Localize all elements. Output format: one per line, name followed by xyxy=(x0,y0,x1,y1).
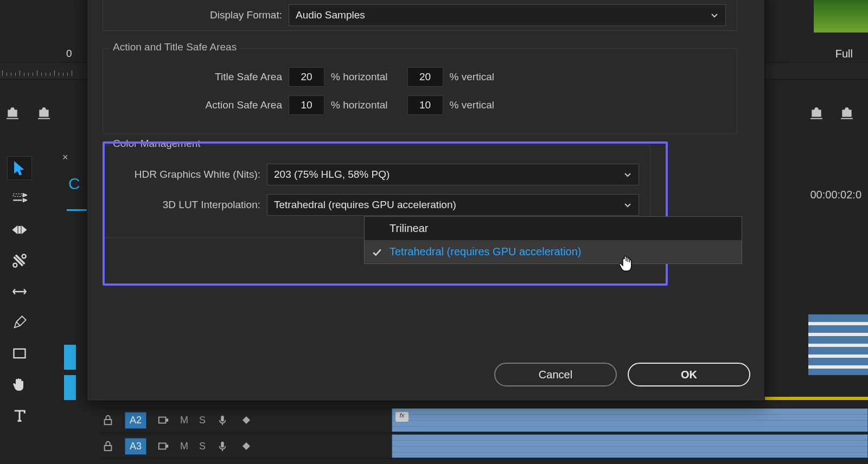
keyframe-diamond-icon[interactable] xyxy=(242,442,250,450)
cursor-pointer-icon xyxy=(620,256,634,272)
lut-option-trilinear[interactable]: Trilinear xyxy=(365,217,742,240)
pct-horizontal-label: % horizontal xyxy=(331,71,388,83)
fx-badge[interactable]: fx xyxy=(395,412,409,422)
export-frame-icon-r1[interactable] xyxy=(809,107,824,119)
track-row-a3[interactable]: A3 M S xyxy=(99,434,868,459)
timecode-readout: 00:00:02:0 xyxy=(810,189,861,201)
mute-toggle[interactable]: M xyxy=(180,415,188,426)
selection-tool[interactable] xyxy=(7,156,32,180)
action-safe-h-input[interactable] xyxy=(289,95,324,115)
display-format-value: Audio Samples xyxy=(296,9,365,21)
keyframe-diamond-icon[interactable] xyxy=(242,416,250,424)
hdr-white-label: HDR Graphics White (Nits): xyxy=(114,169,260,181)
display-format-label: Display Format: xyxy=(114,9,282,21)
svg-point-1 xyxy=(13,263,17,267)
lut-interp-label: 3D LUT Interpolation: xyxy=(114,199,260,211)
track-row-a2[interactable]: A2 M S fx xyxy=(99,408,868,433)
mute-toggle[interactable]: M xyxy=(180,441,188,452)
marker-icons-right xyxy=(809,107,854,119)
tool-palette xyxy=(4,156,35,427)
track-output-icon[interactable] xyxy=(157,414,169,426)
track-id-a2[interactable]: A2 xyxy=(125,412,146,429)
track-output-icon[interactable] xyxy=(157,440,169,452)
voiceover-mic-icon[interactable] xyxy=(216,414,228,426)
viewer-zoom-full[interactable]: Full xyxy=(835,48,853,60)
export-frame-icon[interactable] xyxy=(5,107,20,119)
audio-section: Display Format: Audio Samples xyxy=(103,0,737,31)
hdr-white-value: 203 (75% HLG, 58% PQ) xyxy=(274,169,390,181)
ruler-zero-label: 0 xyxy=(66,48,72,60)
preview-thumbnail xyxy=(814,0,868,33)
hand-icon xyxy=(12,377,27,392)
track-select-tool[interactable] xyxy=(7,187,32,211)
lock-icon[interactable] xyxy=(102,440,114,452)
svg-point-2 xyxy=(22,254,26,258)
src-patch-v1[interactable] xyxy=(64,345,76,370)
lut-interp-value: Tetrahedral (requires GPU acceleration) xyxy=(274,199,456,211)
panel-tab-initial[interactable]: C xyxy=(68,175,80,193)
type-icon xyxy=(12,408,27,423)
svg-rect-10 xyxy=(166,444,169,448)
pct-horizontal-label: % horizontal xyxy=(331,99,388,111)
svg-rect-5 xyxy=(159,417,166,423)
clip-preview-right xyxy=(808,314,868,375)
pen-icon xyxy=(12,315,27,330)
sequence-settings-dialog: Display Format: Audio Samples Action and… xyxy=(87,0,765,401)
marker-icons-left xyxy=(5,107,54,129)
hand-tool[interactable] xyxy=(7,372,32,396)
cancel-button[interactable]: Cancel xyxy=(494,363,617,386)
rectangle-tool[interactable] xyxy=(7,341,32,365)
title-safe-h-input[interactable] xyxy=(289,67,324,87)
title-safe-label: Title Safe Area xyxy=(114,71,282,83)
track-id-a3[interactable]: A3 xyxy=(125,438,146,455)
solo-toggle[interactable]: S xyxy=(199,441,206,452)
selection-icon xyxy=(12,160,27,176)
action-safe-label: Action Safe Area xyxy=(114,99,282,111)
lut-interp-select[interactable]: Tetrahedral (requires GPU acceleration) xyxy=(267,194,639,216)
color-management-legend: Color Management xyxy=(110,138,204,150)
src-patch-v2[interactable] xyxy=(64,375,76,400)
close-panel-x[interactable]: × xyxy=(62,152,68,163)
razor-icon xyxy=(12,253,27,268)
svg-rect-4 xyxy=(105,420,112,424)
chevron-down-icon xyxy=(623,201,632,209)
lut-option-tetrahedral[interactable]: Tetrahedral (requires GPU acceleration) xyxy=(365,240,742,263)
rectangle-icon xyxy=(12,346,27,361)
display-format-select[interactable]: Audio Samples xyxy=(289,4,726,26)
svg-rect-7 xyxy=(221,416,224,422)
chevron-down-icon xyxy=(710,11,719,20)
panel-tab-underline xyxy=(67,209,88,211)
dialog-button-row: Cancel OK xyxy=(494,363,750,386)
hdr-white-select[interactable]: 203 (75% HLG, 58% PQ) xyxy=(267,164,639,185)
lut-option-tetrahedral-label: Tetrahedral (requires GPU acceleration) xyxy=(390,246,582,257)
lock-icon[interactable] xyxy=(102,414,114,426)
svg-rect-9 xyxy=(159,443,166,449)
ok-button[interactable]: OK xyxy=(628,363,750,386)
type-tool[interactable] xyxy=(7,403,32,427)
pen-tool[interactable] xyxy=(7,311,32,334)
svg-rect-3 xyxy=(14,349,25,358)
pct-vertical-label: % vertical xyxy=(450,99,494,111)
voiceover-mic-icon[interactable] xyxy=(216,440,228,452)
audio-clip-a3[interactable] xyxy=(392,434,868,458)
lut-interp-dropdown[interactable]: Trilinear Tetrahedral (requires GPU acce… xyxy=(364,216,742,264)
svg-rect-6 xyxy=(166,418,169,422)
safe-areas-section: Action and Title Safe Areas Title Safe A… xyxy=(103,48,737,134)
razor-tool[interactable] xyxy=(7,249,32,273)
svg-rect-11 xyxy=(221,442,224,448)
chevron-down-icon xyxy=(623,170,632,179)
slip-tool[interactable] xyxy=(7,280,32,304)
pct-vertical-label: % vertical xyxy=(450,71,494,83)
solo-toggle[interactable]: S xyxy=(199,415,206,426)
export-frame-icon-r2[interactable] xyxy=(840,107,854,119)
slip-icon xyxy=(12,284,27,299)
export-frame-icon-2[interactable] xyxy=(37,107,51,119)
track-select-icon xyxy=(12,191,27,207)
audio-clip-a2[interactable]: fx xyxy=(392,408,868,432)
svg-rect-8 xyxy=(105,446,112,450)
title-safe-v-input[interactable] xyxy=(407,67,443,87)
check-icon xyxy=(372,248,382,257)
ripple-edit-tool[interactable] xyxy=(7,218,32,242)
action-safe-v-input[interactable] xyxy=(407,95,443,115)
ripple-edit-icon xyxy=(12,222,27,237)
